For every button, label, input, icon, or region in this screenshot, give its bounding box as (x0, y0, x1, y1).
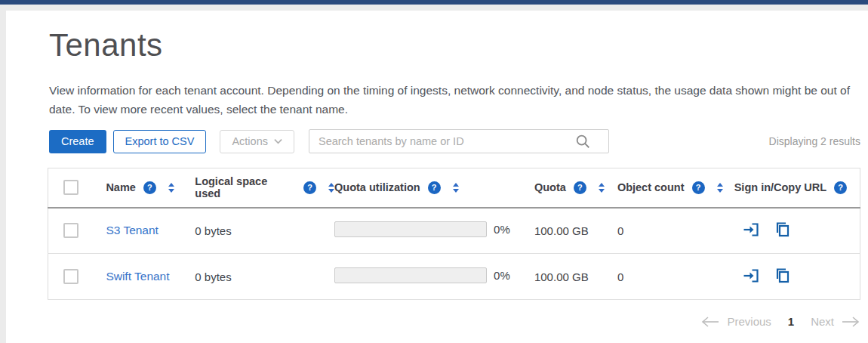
top-accent-bar (0, 0, 868, 5)
tenant-name-link[interactable]: Swift Tenant (106, 270, 169, 283)
help-icon[interactable]: ? (303, 181, 316, 194)
arrow-right-icon (841, 316, 860, 328)
object-count-value: 0 (617, 224, 623, 237)
quota-utilization-bar (334, 221, 487, 237)
arrow-left-icon (700, 316, 720, 328)
export-to-csv-button[interactable]: Export to CSV (113, 130, 207, 153)
quota-value: 100.00 GB (534, 270, 589, 283)
toolbar: Create Export to CSV Actions Displaying … (49, 129, 860, 153)
sign-in-icon[interactable] (742, 221, 760, 239)
column-header-quota: Quota (534, 181, 566, 193)
page-description: View information for each tenant account… (49, 81, 860, 119)
table-row: S3 Tenant 0 bytes 0% 100.00 GB 0 (48, 208, 860, 254)
sign-in-icon[interactable] (742, 267, 760, 285)
quota-utilization-bar (334, 267, 487, 283)
help-icon[interactable]: ? (692, 181, 705, 194)
object-count-value: 0 (617, 270, 623, 283)
row-checkbox[interactable] (63, 269, 78, 284)
copy-url-icon[interactable] (773, 267, 791, 285)
content-panel: Tenants View information for each tenant… (6, 11, 868, 343)
quota-value: 100.00 GB (534, 224, 589, 237)
help-icon[interactable]: ? (428, 181, 441, 194)
help-icon[interactable]: ? (834, 181, 847, 194)
search-container (309, 129, 609, 153)
column-header-quota-utilization: Quota utilization (334, 181, 420, 193)
tenant-name-link[interactable]: S3 Tenant (106, 224, 159, 236)
row-checkbox[interactable] (63, 223, 78, 238)
sort-control-quota[interactable] (599, 183, 605, 193)
previous-page-label: Previous (727, 315, 771, 328)
table-row: Swift Tenant 0 bytes 0% 100.00 GB 0 (48, 254, 860, 300)
previous-page-button[interactable]: Previous (700, 315, 771, 328)
column-header-name: Name (106, 181, 136, 193)
sort-control-quota-utilization[interactable] (453, 183, 459, 193)
create-button[interactable]: Create (49, 130, 106, 153)
help-icon[interactable]: ? (143, 181, 156, 194)
search-input[interactable] (309, 129, 609, 153)
logical-space-used-value: 0 bytes (195, 224, 231, 237)
quota-utilization-value: 0% (494, 223, 510, 236)
logical-space-used-value: 0 bytes (195, 270, 231, 283)
copy-url-icon[interactable] (773, 221, 791, 239)
select-all-checkbox[interactable] (63, 180, 78, 195)
results-summary: Displaying 2 results (769, 135, 860, 147)
actions-button[interactable]: Actions (220, 130, 294, 153)
sort-control-name[interactable] (168, 183, 174, 193)
page-title: Tenants (49, 27, 860, 63)
chevron-down-icon (274, 138, 282, 144)
column-header-sign-in-copy-url: Sign in/Copy URL (734, 181, 826, 193)
next-page-button[interactable]: Next (811, 315, 860, 328)
column-header-object-count: Object count (617, 181, 685, 193)
tenants-table: Name ? Logical space used ? Quota utiliz… (48, 168, 860, 300)
quota-utilization-value: 0% (494, 269, 510, 282)
table-header-row: Name ? Logical space used ? Quota utiliz… (48, 168, 860, 208)
sort-control-object-count[interactable] (717, 183, 723, 193)
help-icon[interactable]: ? (574, 181, 586, 194)
sort-control-logical-space-used[interactable] (328, 183, 334, 193)
pagination: Previous 1 Next (49, 315, 860, 328)
actions-button-label: Actions (232, 135, 268, 147)
next-page-label: Next (811, 315, 834, 328)
column-header-logical-space-used: Logical space used (195, 175, 296, 199)
current-page-number[interactable]: 1 (788, 315, 794, 328)
search-icon[interactable] (574, 133, 591, 150)
